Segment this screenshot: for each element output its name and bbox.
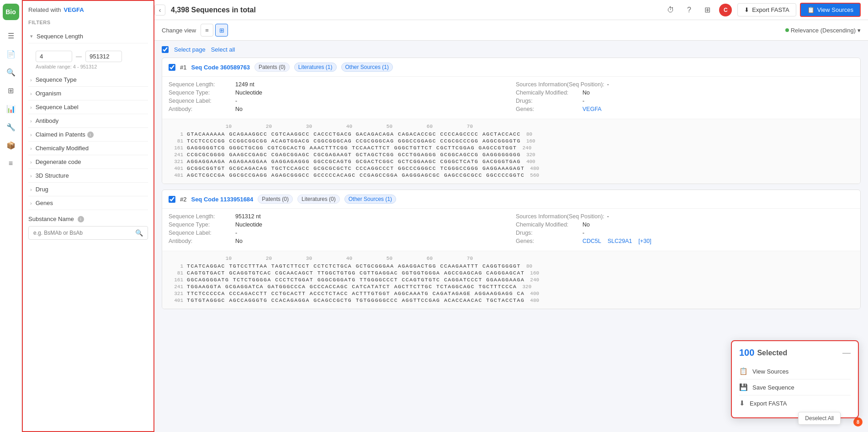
filter-label-chemically-modified: Chemically Modified xyxy=(36,145,89,152)
meta-seq-type-1: Sequence Type: Nucleotide xyxy=(169,90,507,96)
seq-row: 1 GTACAAAAAA GCAGAAGGCC CGTCAAGGCC CACCC… xyxy=(169,131,854,137)
seq-row: 401 TGTGTAGGGC AGCCAGGGTG CCACAGAGGA GCA… xyxy=(169,297,854,303)
view-icon: 📋 xyxy=(807,6,815,13)
literatures-tag-1[interactable]: Literatures (1) xyxy=(294,63,337,72)
timer-icon[interactable]: ⏱ xyxy=(664,4,677,16)
select-all-label[interactable]: Select all xyxy=(211,46,235,53)
chevron-right-icon: › xyxy=(30,187,32,192)
header-right: ⏱ ? ⊞ C ⬇ Export FASTA 📋 View Sources xyxy=(664,3,861,17)
total-count-label: 4,398 Sequences in total xyxy=(171,6,256,14)
apps-grid-icon[interactable]: ⊞ xyxy=(701,4,714,16)
sort-chevron-icon: ▾ xyxy=(857,27,861,34)
antibody-filter[interactable]: › Antibody xyxy=(28,114,148,128)
chart-nav-icon[interactable]: 📊 xyxy=(3,100,19,117)
chevron-right-icon: › xyxy=(30,173,32,179)
save-sequence-action[interactable]: 💾 Save Sequence xyxy=(739,379,851,395)
degenerate-code-filter[interactable]: › Degenerate code xyxy=(28,155,148,169)
sort-label: Relevance (Descending) xyxy=(791,27,856,34)
seq-length-min-input[interactable] xyxy=(36,51,72,62)
seq-row: 81 CAGTGTGACT GCAGGTGTCAC CGCAACAGCT TTG… xyxy=(169,270,854,276)
view-sources-action[interactable]: 📋 View Sources xyxy=(739,364,851,379)
app-logo[interactable]: Bio xyxy=(3,4,19,20)
list-view-button[interactable]: ≡ xyxy=(201,24,213,37)
seq-code-link-2[interactable]: Seq Code 1133951684 xyxy=(191,196,253,203)
export-fasta-action[interactable]: ⬇ Export FASTA xyxy=(739,395,851,411)
seq-row: 321 TTCTCCCCCA CCCAGACCTT CCTGCACTT ACCC… xyxy=(169,290,854,296)
result-checkbox-1[interactable] xyxy=(169,64,175,71)
card-meta-left-1: Sequence Length: 1249 nt Sequence Type: … xyxy=(169,81,507,114)
header-left: ‹ 4,398 Sequences in total xyxy=(154,5,256,16)
search-icon[interactable]: 🔍 xyxy=(135,229,143,237)
drug-filter[interactable]: › Drug xyxy=(28,183,148,196)
related-with-row: Related with VEGFA xyxy=(28,6,148,13)
change-view-label: Change view xyxy=(162,27,196,34)
user-avatar[interactable]: C xyxy=(719,4,732,16)
help-icon[interactable]: ? xyxy=(683,4,695,16)
sequence-label-filter[interactable]: › Sequence Label xyxy=(28,100,148,114)
3d-structure-filter[interactable]: › 3D Structure xyxy=(28,169,148,183)
card-body-2: Sequence Length: 951312 nt Sequence Type… xyxy=(162,209,860,251)
meta-genes-1: Genes: VEGFA xyxy=(516,106,854,112)
export-fasta-button[interactable]: ⬇ Export FASTA xyxy=(737,3,796,16)
range-dash: — xyxy=(76,53,82,60)
chemically-modified-filter[interactable]: › Chemically Modified xyxy=(28,142,148,155)
literatures-tag-2[interactable]: Literatures (0) xyxy=(297,195,340,204)
sequence-length-label: Sequence Length xyxy=(37,33,83,40)
filter-label-degenerate-code: Degenerate code xyxy=(36,158,81,165)
seq-length-max-input[interactable] xyxy=(85,51,122,62)
other-sources-tag-1[interactable]: Other Sources (1) xyxy=(341,63,393,72)
result-number-2: #2 xyxy=(180,196,186,203)
claimed-in-patents-filter[interactable]: › Claimed in Patents i xyxy=(28,128,148,142)
substance-name-section: Substance Name i 🔍 xyxy=(28,216,148,240)
layers-nav-icon[interactable]: ≡ xyxy=(3,155,19,172)
left-navigation: Bio ☰ 📄 🔍 ⊞ 📊 🔧 📦 ≡ xyxy=(0,0,22,432)
minimize-button[interactable]: — xyxy=(842,348,851,358)
sequence-display-1: 10 20 30 40 50 60 70 1 GTACAAAAAA GCAGAA… xyxy=(162,119,860,184)
substance-search-box[interactable]: 🔍 xyxy=(28,226,148,240)
selected-number: 100 xyxy=(739,348,754,358)
patents-tag-1[interactable]: Patents (0) xyxy=(254,63,290,72)
menu-nav-icon[interactable]: ☰ xyxy=(3,27,19,44)
seq-row: 81 TCCTCCCCGG CCGGCGGCGG ACAGTGGACG CGGC… xyxy=(169,138,854,144)
sort-select[interactable]: Relevance (Descending) ▾ xyxy=(785,27,861,34)
result-checkbox-2[interactable] xyxy=(169,196,175,203)
substance-search-input[interactable] xyxy=(33,230,135,236)
document-nav-icon[interactable]: 📄 xyxy=(3,46,19,62)
change-view-bar: Change view ≡ ⊞ Relevance (Descending) ▾ xyxy=(154,20,868,41)
sequence-type-filter[interactable]: › Sequence Type xyxy=(28,73,148,87)
result-number-1: #1 xyxy=(180,64,186,71)
select-page-label[interactable]: Select page xyxy=(174,46,206,53)
select-page-checkbox[interactable] xyxy=(162,46,169,53)
chevron-right-icon: › xyxy=(30,146,32,151)
seq-code-link-1[interactable]: Seq Code 360589763 xyxy=(191,64,250,71)
other-sources-tag-2[interactable]: Other Sources (1) xyxy=(344,195,396,204)
search-nav-icon[interactable]: 🔍 xyxy=(3,64,19,80)
save-sequence-action-label: Save Sequence xyxy=(752,384,794,391)
select-row: Select page Select all xyxy=(162,46,861,53)
grid-nav-icon[interactable]: ⊞ xyxy=(3,82,19,99)
patents-tag-2[interactable]: Patents (0) xyxy=(258,195,293,204)
filter-panel: Related with VEGFA FILTERS ▾ Sequence Le… xyxy=(22,0,154,432)
box-nav-icon[interactable]: 📦 xyxy=(3,137,19,153)
chevron-right-icon: › xyxy=(30,77,32,83)
related-with-value[interactable]: VEGFA xyxy=(64,6,84,13)
view-sources-button[interactable]: 📋 View Sources xyxy=(800,3,861,17)
selected-label: Selected xyxy=(757,349,787,357)
filter-label-claimed-in-patents: Claimed in Patents xyxy=(36,131,85,138)
notification-badge[interactable]: 8 xyxy=(853,417,863,427)
sequence-length-filter[interactable]: ▾ Sequence Length xyxy=(28,30,148,43)
info-icon: i xyxy=(87,132,94,138)
tools-nav-icon[interactable]: 🔧 xyxy=(3,119,19,135)
seq-row: 161 GAGGGGGTCG GGGCTGCGG CGTCGCACTG AAAC… xyxy=(169,145,854,151)
genes-filter[interactable]: › Genes xyxy=(28,196,148,210)
seq-ruler-1: 10 20 30 40 50 60 70 xyxy=(191,124,854,129)
organism-filter[interactable]: › Organism xyxy=(28,87,148,100)
view-sources-label: View Sources xyxy=(817,6,853,13)
export-fasta-action-label: Export FASTA xyxy=(750,400,787,407)
grid-view-button[interactable]: ⊞ xyxy=(215,24,228,37)
seq-row: 321 AGGAGGAAGA AGAGAAGGAA GAGGAGAGGG GGC… xyxy=(169,158,854,164)
view-icons: ≡ ⊞ xyxy=(201,24,228,37)
sequence-length-inputs: — xyxy=(36,51,148,62)
deselect-all-button[interactable]: Deselect All xyxy=(798,412,841,425)
collapse-panel-button[interactable]: ‹ xyxy=(154,5,165,16)
